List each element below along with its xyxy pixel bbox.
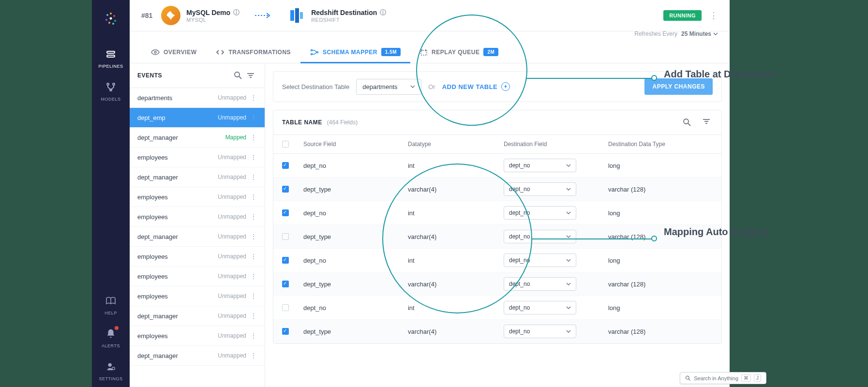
dest-table-select[interactable]: departments: [356, 79, 421, 95]
row-checkbox[interactable]: [282, 209, 289, 216]
kebab-menu[interactable]: ⋮: [250, 173, 257, 181]
row-checkbox[interactable]: [282, 233, 289, 240]
event-row[interactable]: dept_emp Unmapped ⋮: [130, 108, 265, 128]
kebab-menu[interactable]: ⋮: [250, 272, 257, 280]
dest-type: long: [608, 162, 713, 169]
tab-transformations[interactable]: TRANSFORMATIONS: [206, 41, 300, 63]
kebab-menu[interactable]: ⋮: [250, 312, 257, 320]
dest-field-select[interactable]: dept_no: [504, 325, 576, 338]
event-row[interactable]: employees Unmapped ⋮: [130, 326, 265, 346]
kebab-menu[interactable]: ⋮: [250, 94, 257, 102]
event-row[interactable]: departments Unmapped ⋮: [130, 88, 265, 108]
kebab-menu[interactable]: ⋮: [250, 114, 257, 121]
kebab-menu[interactable]: ⋮: [250, 253, 257, 260]
event-row[interactable]: dept_manager Mapped ⋮: [130, 128, 265, 148]
event-row[interactable]: employees Unmapped ⋮: [130, 187, 265, 207]
kebab-menu[interactable]: ⋮: [709, 10, 718, 21]
dest-field-select[interactable]: dept_no: [504, 277, 576, 291]
event-row[interactable]: employees Unmapped ⋮: [130, 247, 265, 267]
kebab-menu[interactable]: ⋮: [250, 352, 257, 359]
row-checkbox[interactable]: [282, 257, 289, 264]
dest-field-select[interactable]: dept_no: [504, 206, 576, 220]
row-checkbox[interactable]: [282, 162, 289, 169]
row-checkbox[interactable]: [282, 328, 289, 335]
dest-type: long: [608, 209, 713, 217]
select-all-checkbox[interactable]: [282, 141, 289, 148]
apply-changes-button[interactable]: APPLY CHANGES: [644, 78, 713, 95]
kebab-menu[interactable]: ⋮: [250, 332, 257, 340]
svg-point-35: [686, 376, 689, 379]
event-row[interactable]: employees Unmapped ⋮: [130, 207, 265, 227]
svg-point-15: [112, 367, 115, 370]
dest-field-select[interactable]: dept_no: [504, 301, 576, 314]
pipeline-header: #81 MySQL Demoⓘ MYSQL Redshift Destinati…: [130, 0, 730, 31]
event-name: employees: [137, 293, 218, 300]
row-checkbox[interactable]: [282, 304, 289, 311]
kebab-menu[interactable]: ⋮: [250, 213, 257, 221]
col-header: Source Field: [303, 141, 408, 148]
kebab-menu[interactable]: ⋮: [250, 153, 257, 161]
event-name: dept_emp: [137, 114, 218, 121]
kebab-menu[interactable]: ⋮: [250, 134, 257, 141]
dest-field-select[interactable]: dept_no: [504, 182, 576, 196]
tab-replay-queue[interactable]: REPLAY QUEUE 2M: [410, 41, 508, 63]
global-search-bar[interactable]: Search in Anything ⌘ J: [680, 372, 766, 384]
dest-field-select[interactable]: dept_no: [504, 253, 576, 267]
dest-type: varchar (128): [608, 328, 713, 335]
event-name: employees: [137, 273, 218, 280]
event-row[interactable]: dept_manager Unmapped ⋮: [130, 227, 265, 247]
refresh-value-select[interactable]: 25 Minutes: [681, 30, 718, 37]
dest-field-select[interactable]: dept_no: [504, 159, 576, 172]
search-icon[interactable]: [681, 117, 693, 128]
arrow-icon: [254, 11, 271, 20]
tab-schema-mapper[interactable]: SCHEMA MAPPER 1.5M: [300, 41, 410, 63]
row-checkbox[interactable]: [282, 186, 289, 193]
kebab-menu[interactable]: ⋮: [250, 193, 257, 201]
kebab-menu[interactable]: ⋮: [250, 292, 257, 300]
event-row[interactable]: dept_manager Unmapped ⋮: [130, 346, 265, 366]
nav-label: SETTINGS: [99, 376, 122, 381]
dest-title: Redshift Destination: [311, 9, 377, 16]
datatype: varchar(4): [408, 233, 504, 240]
app-logo: [102, 10, 120, 27]
table-row: dept_type varchar(4) dept_no varchar (12…: [273, 178, 721, 201]
tab-overview[interactable]: OVERVIEW: [141, 41, 206, 63]
datatype: int: [408, 209, 504, 217]
nav-alerts[interactable]: ALERTS: [92, 321, 130, 354]
search-placeholder: Search in Anything: [694, 375, 738, 381]
info-icon[interactable]: ⓘ: [233, 8, 239, 17]
event-row[interactable]: dept_manager Unmapped ⋮: [130, 306, 265, 326]
event-row[interactable]: employees Unmapped ⋮: [130, 267, 265, 286]
tab-label: REPLAY QUEUE: [432, 49, 479, 56]
datatype: int: [408, 162, 504, 169]
search-icon[interactable]: [232, 70, 244, 81]
svg-rect-18: [295, 8, 299, 23]
svg-rect-9: [107, 55, 115, 57]
kbd-shortcut: J: [754, 374, 761, 382]
row-checkbox[interactable]: [282, 281, 289, 287]
event-status: Unmapped: [218, 213, 246, 220]
filter-icon[interactable]: [700, 117, 713, 128]
event-name: dept_manager: [137, 134, 225, 141]
nav-models[interactable]: MODELS: [92, 74, 130, 107]
svg-point-4: [110, 17, 112, 20]
event-row[interactable]: employees Unmapped ⋮: [130, 148, 265, 167]
event-row[interactable]: employees Unmapped ⋮: [130, 286, 265, 306]
or-text: Or: [428, 83, 435, 90]
source-field: dept_no: [303, 257, 408, 264]
destination-block: Redshift Destinationⓘ REDSHIFT: [286, 6, 386, 25]
nav-settings[interactable]: SETTINGS: [92, 354, 130, 387]
tab-badge: 2M: [483, 48, 498, 56]
add-new-table-link[interactable]: ADD NEW TABLE +: [442, 82, 510, 91]
source-field: dept_type: [303, 281, 408, 288]
event-status: Unmapped: [218, 174, 246, 180]
dest-field-select[interactable]: dept_no: [504, 230, 576, 243]
replay-icon: [420, 49, 428, 56]
filter-icon[interactable]: [244, 71, 257, 80]
kebab-menu[interactable]: ⋮: [250, 233, 257, 240]
event-row[interactable]: dept_manager Unmapped ⋮: [130, 167, 265, 187]
chevron-down-icon: [410, 85, 415, 88]
nav-pipelines[interactable]: PIPELINES: [92, 42, 130, 74]
nav-help[interactable]: HELP: [92, 288, 130, 321]
info-icon[interactable]: ⓘ: [380, 8, 386, 17]
